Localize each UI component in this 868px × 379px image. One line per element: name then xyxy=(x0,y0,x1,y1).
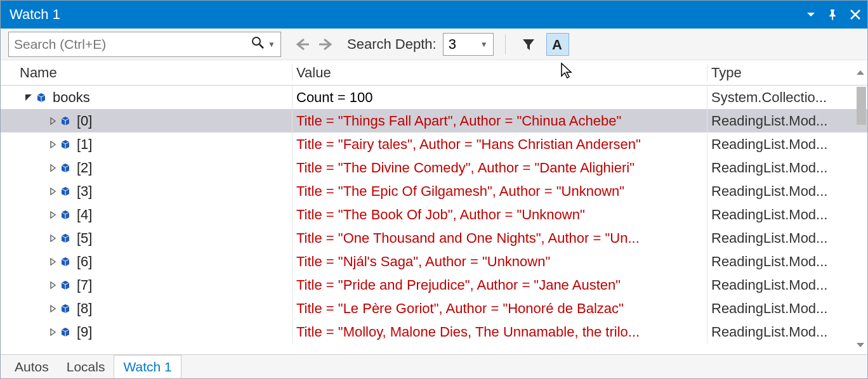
scroll-up-icon[interactable] xyxy=(856,65,865,81)
row-name: books xyxy=(53,89,90,106)
row-type: ReadingList.Mod... xyxy=(711,277,827,293)
row-value[interactable]: Count = 100 xyxy=(293,86,707,109)
grid-header: Name Value Type xyxy=(1,60,867,86)
tab-watch-1[interactable]: Watch 1 xyxy=(114,355,181,378)
table-row[interactable]: [2]Title = "The Divine Comedy", Author =… xyxy=(1,156,867,179)
expander-icon[interactable] xyxy=(46,164,59,172)
window-menu-icon[interactable] xyxy=(806,10,815,19)
object-icon xyxy=(59,326,72,338)
row-type: ReadingList.Mod... xyxy=(711,113,827,129)
object-icon xyxy=(59,115,72,127)
object-icon xyxy=(59,185,72,198)
row-value[interactable]: Title = "Molloy, Malone Dies, The Unnama… xyxy=(293,320,707,344)
table-row[interactable]: [8]Title = "Le Père Goriot", Author = "H… xyxy=(1,297,867,320)
filter-button[interactable] xyxy=(517,33,540,56)
tab-autos[interactable]: Autos xyxy=(6,356,58,378)
svg-text:A: A xyxy=(552,37,562,52)
row-type: ReadingList.Mod... xyxy=(711,324,827,340)
expander-icon[interactable] xyxy=(46,305,59,312)
row-value[interactable]: Title = "Le Père Goriot", Author = "Hono… xyxy=(293,297,707,320)
toolbar-separator xyxy=(505,34,506,55)
object-icon xyxy=(59,255,72,268)
watch-window: Watch 1 ▼ xyxy=(0,0,868,379)
expander-icon[interactable] xyxy=(46,281,59,289)
expander-icon[interactable] xyxy=(46,188,59,195)
nav-back-button[interactable] xyxy=(294,37,312,52)
row-value[interactable]: Title = "Things Fall Apart", Author = "C… xyxy=(293,109,707,132)
row-type: ReadingList.Mod... xyxy=(711,160,827,176)
row-name: [4] xyxy=(77,207,92,223)
search-depth-input[interactable]: 3 ▼ xyxy=(443,33,494,56)
row-type: System.Collectio... xyxy=(711,89,827,106)
toolbar: ▼ Search Depth: 3 ▼ A xyxy=(1,29,867,60)
expander-icon[interactable] xyxy=(46,234,59,242)
depth-dropdown-icon[interactable]: ▼ xyxy=(480,40,488,49)
table-row[interactable]: [5]Title = "One Thousand and One Nights"… xyxy=(1,226,867,250)
object-icon xyxy=(35,91,48,104)
row-name: [6] xyxy=(77,254,92,270)
row-name: [7] xyxy=(77,277,92,293)
object-icon xyxy=(59,209,72,221)
row-value[interactable]: Title = "The Epic Of Gilgamesh", Author … xyxy=(293,179,707,203)
table-row[interactable]: [6]Title = "Njál's Saga", Author = "Unkn… xyxy=(1,250,867,273)
format-text-button[interactable]: A xyxy=(546,33,569,56)
table-row[interactable]: [7]Title = "Pride and Prejudice", Author… xyxy=(1,273,867,297)
svg-point-0 xyxy=(253,37,260,45)
table-row[interactable]: [1]Title = "Fairy tales", Author = "Hans… xyxy=(1,132,867,156)
pin-icon[interactable] xyxy=(827,9,838,20)
search-input[interactable]: ▼ xyxy=(8,32,281,57)
row-value[interactable]: Title = "Fairy tales", Author = "Hans Ch… xyxy=(293,132,707,156)
row-name: [5] xyxy=(77,230,92,247)
row-name: [3] xyxy=(77,183,92,200)
svg-line-1 xyxy=(260,44,263,48)
table-row[interactable]: [0]Title = "Things Fall Apart", Author =… xyxy=(1,109,867,132)
row-value[interactable]: Title = "Njál's Saga", Author = "Unknown… xyxy=(293,250,707,273)
scroll-down-icon[interactable] xyxy=(856,337,865,353)
object-icon xyxy=(59,279,72,292)
expander-icon[interactable] xyxy=(46,328,59,336)
expander-icon[interactable] xyxy=(46,141,59,148)
column-name-header[interactable]: Name xyxy=(1,65,293,81)
expander-icon[interactable] xyxy=(46,258,59,266)
row-value[interactable]: Title = "One Thousand and One Nights", A… xyxy=(293,226,707,250)
row-type: ReadingList.Mod... xyxy=(711,183,827,200)
expander-icon[interactable] xyxy=(22,94,35,101)
table-row[interactable]: [3]Title = "The Epic Of Gilgamesh", Auth… xyxy=(1,179,867,203)
row-name: [0] xyxy=(77,113,92,129)
row-type: ReadingList.Mod... xyxy=(711,230,827,247)
table-row[interactable]: [4]Title = "The Book Of Job", Author = "… xyxy=(1,203,867,226)
object-icon xyxy=(59,162,72,174)
row-name: [2] xyxy=(77,160,92,176)
window-title: Watch 1 xyxy=(10,6,60,23)
row-type: ReadingList.Mod... xyxy=(711,254,827,270)
object-icon xyxy=(59,302,72,315)
search-depth-label: Search Depth: xyxy=(347,36,437,53)
search-dropdown-icon[interactable]: ▼ xyxy=(268,40,275,49)
object-icon xyxy=(59,138,72,151)
titlebar: Watch 1 xyxy=(1,1,867,29)
search-icon[interactable] xyxy=(251,36,264,52)
tab-bar: AutosLocalsWatch 1 xyxy=(1,354,867,378)
row-type: ReadingList.Mod... xyxy=(711,207,827,223)
search-input-field[interactable] xyxy=(14,37,251,52)
row-name: [8] xyxy=(77,300,92,317)
object-icon xyxy=(59,232,72,245)
tab-locals[interactable]: Locals xyxy=(58,356,114,378)
row-name: [1] xyxy=(77,136,92,153)
column-value-header[interactable]: Value xyxy=(293,65,707,81)
row-value[interactable]: Title = "The Divine Comedy", Author = "D… xyxy=(293,156,707,179)
search-depth-value: 3 xyxy=(449,36,477,53)
vertical-scrollbar[interactable] xyxy=(857,87,866,125)
row-value[interactable]: Title = "Pride and Prejudice", Author = … xyxy=(293,273,707,297)
expander-icon[interactable] xyxy=(46,211,59,219)
grid-body: books Count = 100 System.Collectio... [0… xyxy=(1,86,867,354)
row-type: ReadingList.Mod... xyxy=(711,300,827,317)
expander-icon[interactable] xyxy=(46,117,59,125)
row-name: [9] xyxy=(77,324,92,340)
close-icon[interactable] xyxy=(850,9,861,20)
table-row-root[interactable]: books Count = 100 System.Collectio... xyxy=(1,86,867,109)
row-value[interactable]: Title = "The Book Of Job", Author = "Unk… xyxy=(293,203,707,226)
table-row[interactable]: [9]Title = "Molloy, Malone Dies, The Unn… xyxy=(1,320,867,344)
column-type-header[interactable]: Type xyxy=(707,65,867,81)
nav-forward-button[interactable] xyxy=(317,37,334,52)
